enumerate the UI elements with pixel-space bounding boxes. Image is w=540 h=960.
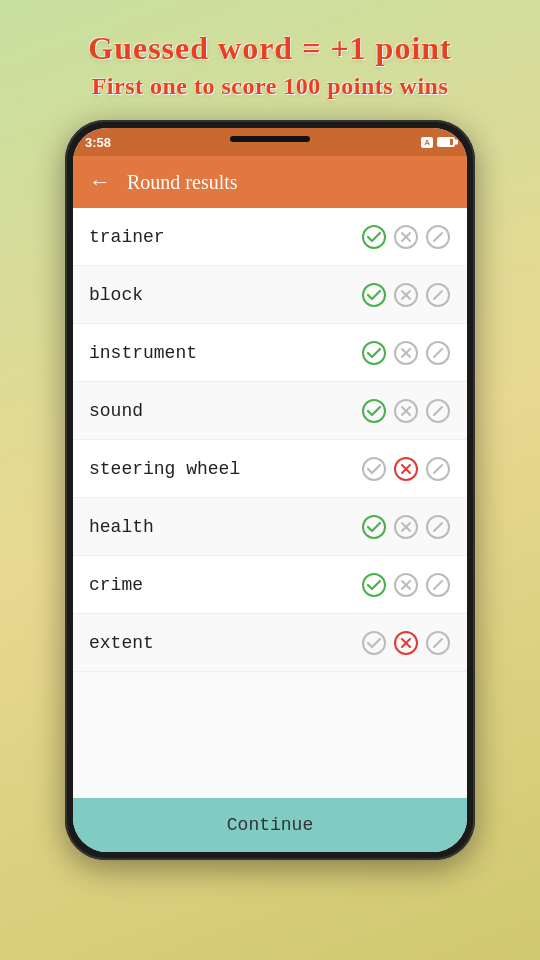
continue-label: Continue <box>227 815 313 835</box>
phone-frame: 3:58 A ← Round results trainer <box>65 120 475 860</box>
item-icons <box>361 514 451 540</box>
svg-line-23 <box>434 407 442 415</box>
check-green-icon <box>361 572 387 598</box>
svg-line-17 <box>434 349 442 357</box>
status-icons: A <box>421 137 455 148</box>
x-gray-icon <box>393 398 419 424</box>
item-icons <box>361 224 451 250</box>
svg-point-12 <box>363 342 385 364</box>
check-green-icon <box>361 398 387 424</box>
slash-gray-icon <box>425 630 451 656</box>
list-item: health <box>73 498 467 556</box>
status-time: 3:58 <box>85 135 111 150</box>
back-button[interactable]: ← <box>89 169 111 195</box>
list-item: extent <box>73 614 467 672</box>
top-text-area: Guessed word = +1 point First one to sco… <box>68 0 472 120</box>
word-label: trainer <box>89 227 165 247</box>
word-label: block <box>89 285 143 305</box>
list-item: block <box>73 266 467 324</box>
headline-line1: Guessed word = +1 point <box>88 30 452 67</box>
status-bar: 3:58 A <box>73 128 467 156</box>
x-gray-icon <box>393 282 419 308</box>
item-icons <box>361 398 451 424</box>
svg-point-42 <box>363 632 385 654</box>
svg-point-24 <box>363 458 385 480</box>
status-icon-a: A <box>421 137 433 148</box>
word-label: extent <box>89 633 154 653</box>
x-gray-icon <box>393 224 419 250</box>
check-green-icon <box>361 340 387 366</box>
svg-line-41 <box>434 581 442 589</box>
continue-button[interactable]: Continue <box>73 798 467 852</box>
item-icons <box>361 572 451 598</box>
toolbar: ← Round results <box>73 156 467 208</box>
check-gray-icon <box>361 456 387 482</box>
battery-icon <box>437 137 455 147</box>
word-label: steering wheel <box>89 459 240 479</box>
item-icons <box>361 456 451 482</box>
toolbar-title: Round results <box>127 171 238 194</box>
results-list: trainer <box>73 208 467 798</box>
slash-gray-icon <box>425 398 451 424</box>
svg-point-36 <box>363 574 385 596</box>
list-item: trainer <box>73 208 467 266</box>
list-item: crime <box>73 556 467 614</box>
headline-line2: First one to score 100 points wins <box>88 73 452 100</box>
x-red-icon <box>393 456 419 482</box>
slash-gray-icon <box>425 224 451 250</box>
slash-gray-icon <box>425 514 451 540</box>
slash-gray-icon <box>425 572 451 598</box>
svg-point-18 <box>363 400 385 422</box>
list-item: instrument <box>73 324 467 382</box>
svg-line-29 <box>434 465 442 473</box>
word-label: crime <box>89 575 143 595</box>
x-red-icon <box>393 630 419 656</box>
check-gray-icon <box>361 630 387 656</box>
svg-line-35 <box>434 523 442 531</box>
check-green-icon <box>361 514 387 540</box>
phone-screen: 3:58 A ← Round results trainer <box>73 128 467 852</box>
slash-gray-icon <box>425 456 451 482</box>
phone-notch <box>230 136 310 142</box>
item-icons <box>361 282 451 308</box>
svg-line-11 <box>434 291 442 299</box>
word-label: health <box>89 517 154 537</box>
word-label: sound <box>89 401 143 421</box>
list-item: sound <box>73 382 467 440</box>
check-green-icon <box>361 282 387 308</box>
x-gray-icon <box>393 572 419 598</box>
svg-point-30 <box>363 516 385 538</box>
battery-fill <box>439 139 450 145</box>
item-icons <box>361 340 451 366</box>
svg-line-5 <box>434 233 442 241</box>
svg-line-47 <box>434 639 442 647</box>
slash-gray-icon <box>425 282 451 308</box>
list-item: steering wheel <box>73 440 467 498</box>
svg-point-0 <box>363 226 385 248</box>
slash-gray-icon <box>425 340 451 366</box>
word-label: instrument <box>89 343 197 363</box>
x-gray-icon <box>393 340 419 366</box>
item-icons <box>361 630 451 656</box>
svg-point-6 <box>363 284 385 306</box>
x-gray-icon <box>393 514 419 540</box>
check-green-icon <box>361 224 387 250</box>
